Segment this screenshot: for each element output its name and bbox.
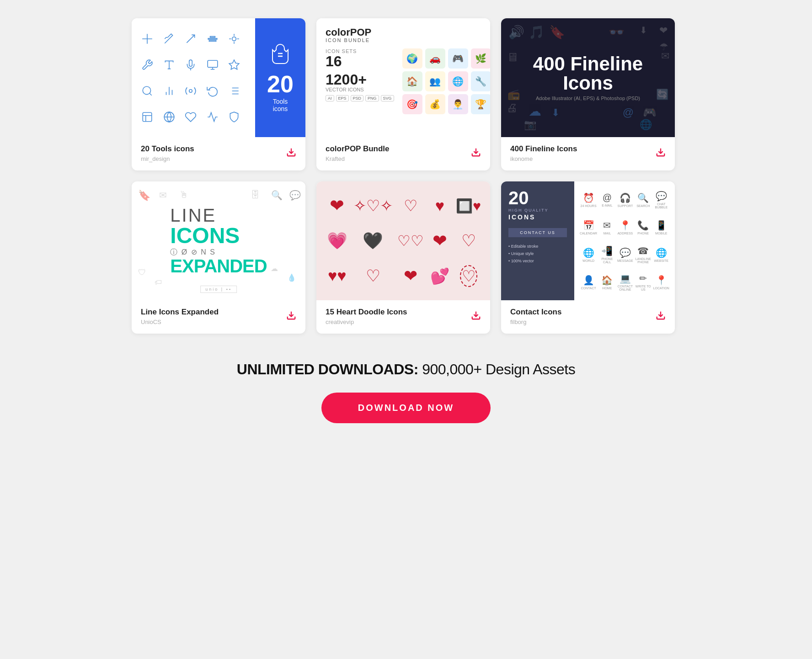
fineline-count: 400 Fineline Icons xyxy=(510,54,666,93)
colorpop-icon-1: 🌍 xyxy=(402,48,422,69)
tool-icon-2 xyxy=(163,32,176,45)
contact-icon-phone: 📞PHONE xyxy=(637,220,649,235)
colorpop-icon-6: 🏠 xyxy=(402,71,422,91)
heart-1: ❤ xyxy=(330,196,344,216)
bg-icon-mouse: 🖱 xyxy=(179,190,188,200)
heart-14: 💕 xyxy=(430,267,449,285)
colorpop-icon-9: 🔧 xyxy=(471,71,490,91)
svg-point-18 xyxy=(143,86,150,94)
svg-rect-5 xyxy=(209,40,216,41)
card-line-icons: 🔖 ✉ 🖱 🗄 🔍 💬 🛡 🏷 💧 ☁ LINE ICONS ⓘ Ø ⊘ N S… xyxy=(132,181,305,334)
heart-13: ❤ xyxy=(404,266,417,286)
contact-icon-landline: ☎LANDLINE PHONE xyxy=(635,245,651,264)
colorpop-formats: AI EPS PSD PNG SVG xyxy=(326,95,394,101)
contact-icon-person: 👤CONTACT xyxy=(581,275,596,290)
unlimited-rest: 900,000+ Design Assets xyxy=(422,361,575,377)
colorpop-icon-14: 🏆 xyxy=(471,94,490,114)
tool-icon-12 xyxy=(163,85,176,97)
format-png: PNG xyxy=(365,95,379,101)
bg-icon-cloud2: ☁ xyxy=(271,264,278,273)
tool-icon-1 xyxy=(141,32,154,45)
tool-icon-7 xyxy=(163,58,176,71)
format-eps: EPS xyxy=(336,95,349,101)
card-contact-image: 20 HIGH QUALITY ICONS CONTACT US • Edita… xyxy=(501,181,675,300)
contact-icon-email: @E-MAIL xyxy=(602,192,612,207)
contact-icon-world: 🌐WORLD xyxy=(582,247,594,262)
contact-count: 20 xyxy=(508,189,529,207)
card-heart-author: creativevip xyxy=(326,319,407,325)
download-now-button[interactable]: DOWNLOAD NOW xyxy=(321,393,491,423)
tool-icon-19 xyxy=(206,111,219,123)
contact-icon-mobile: 📱MOBILE xyxy=(655,220,667,235)
li-line1: LINE xyxy=(170,206,267,224)
card-contact-title: Contact Icons xyxy=(510,308,561,317)
bg-icon-envelope: ✉ xyxy=(159,190,167,201)
heart-6: 💗 xyxy=(327,231,347,250)
tool-icon-18 xyxy=(184,111,197,123)
colorpop-download-button[interactable] xyxy=(471,147,481,160)
unlimited-downloads-text: UNLIMITED DOWNLOADS: 900,000+ Design Ass… xyxy=(237,361,575,378)
colorpop-brand-sub: ICON BUNDLE xyxy=(326,37,371,43)
bg-icon-chat: 💬 xyxy=(289,190,301,201)
tool-icon-10 xyxy=(228,58,240,71)
tools-badge: 20 Toolsicons xyxy=(255,18,305,137)
card-heart-doodle: ❤ ✧♡✧ ♡ ♥ 🔲♥ 💗 🖤 ♡♡ ❤ ♡ ♥♥ ♡ ❤ 💕 ♡ xyxy=(316,181,490,334)
heart-11: ♥♥ xyxy=(328,267,346,285)
card-colorpop-author: Krafted xyxy=(326,155,390,162)
li-line4: EXPANDED xyxy=(170,256,267,276)
contact-icon-support: 🎧SUPPORT xyxy=(617,192,633,207)
contact-icon-online: 💻CONTACT ONLINE xyxy=(617,273,633,291)
li-line3: ⓘ Ø ⊘ N S xyxy=(170,248,267,256)
heart-15: ♡ xyxy=(460,265,477,287)
card-colorpop-image: colorPOP ICON BUNDLE ICON SETS 16 1200+ … xyxy=(316,18,490,137)
svg-point-6 xyxy=(232,37,236,41)
contact-features: • Editable stroke • Unique style • 100% … xyxy=(508,243,538,265)
heart-5: 🔲♥ xyxy=(456,198,481,214)
card-tools-image: 20 Toolsicons xyxy=(132,18,305,137)
colorpop-brand: colorPOP xyxy=(326,27,371,37)
contact-icon-message: 💬MESSAGE xyxy=(617,247,633,262)
contact-download-button[interactable] xyxy=(656,310,666,323)
contact-icon-calendar: 📅CALENDAR xyxy=(580,220,597,235)
tools-download-button[interactable] xyxy=(286,147,296,160)
card-fineline-footer: 400 Fineline Icons ikonome xyxy=(501,137,675,170)
bottom-section: UNLIMITED DOWNLOADS: 900,000+ Design Ass… xyxy=(237,361,575,423)
contact-quality: HIGH QUALITY xyxy=(508,208,549,213)
contact-icon-mail: ✉MAIL xyxy=(603,220,611,235)
li-line2: ICONS xyxy=(170,224,267,247)
tool-icon-17 xyxy=(163,111,176,123)
unio-logo: unio | ▪▪ xyxy=(200,286,237,293)
card-tools-author: mir_design xyxy=(141,155,194,162)
heart-3: ♡ xyxy=(404,197,417,215)
contact-icon-phonecall: 📲PHONE CALL xyxy=(599,245,615,264)
fineline-download-button[interactable] xyxy=(656,147,666,160)
card-line-icons-author: UnioCS xyxy=(141,319,219,325)
svg-marker-17 xyxy=(230,60,240,69)
colorpop-icon-13: 👨‍💼 xyxy=(448,94,468,114)
svg-rect-3 xyxy=(208,38,217,39)
colorpop-sets-count: 16 xyxy=(326,54,394,69)
colorpop-icon-2: 🚗 xyxy=(425,48,445,69)
tool-icon-3 xyxy=(184,32,197,45)
contact-left-panel: 20 HIGH QUALITY ICONS CONTACT US • Edita… xyxy=(501,181,574,300)
heart-2: ✧♡✧ xyxy=(353,197,393,215)
colorpop-icon-4: 🌿 xyxy=(471,48,490,69)
colorpop-icon-12: 💰 xyxy=(425,94,445,114)
heart-download-button[interactable] xyxy=(471,310,481,323)
contact-us-button: CONTACT US xyxy=(508,228,567,237)
card-line-icons-footer: Line Icons Expanded UnioCS xyxy=(132,300,305,334)
bg-icon-tag: 🏷 xyxy=(155,278,162,287)
heart-9: ❤ xyxy=(433,231,447,251)
card-fineline: 🔊 🎵 🔖 👓 ⬇ ❤ 🖥 ✉ 🖨 ☁ ⬇ @ 🎮 📷 🔄 📻 xyxy=(501,18,675,170)
contact-icons-grid: ⏰24 HOURS @E-MAIL 🎧SUPPORT 🔍SEARCH 💬CHAT… xyxy=(574,181,675,300)
tool-icon-8 xyxy=(184,58,197,71)
card-colorpop-title: colorPOP Bundle xyxy=(326,144,390,154)
colorpop-icon-11: 🎯 xyxy=(402,94,422,114)
contact-icon-search: 🔍SEARCH xyxy=(636,192,650,207)
heart-12: ♡ xyxy=(366,266,380,286)
card-tools-icons: 20 Toolsicons 20 Tools icons mir_design xyxy=(132,18,305,170)
card-colorpop-footer: colorPOP Bundle Krafted xyxy=(316,137,490,170)
card-grid: 20 Toolsicons 20 Tools icons mir_design … xyxy=(132,18,680,334)
line-icons-download-button[interactable] xyxy=(286,310,296,323)
card-colorpop: colorPOP ICON BUNDLE ICON SETS 16 1200+ … xyxy=(316,18,490,170)
